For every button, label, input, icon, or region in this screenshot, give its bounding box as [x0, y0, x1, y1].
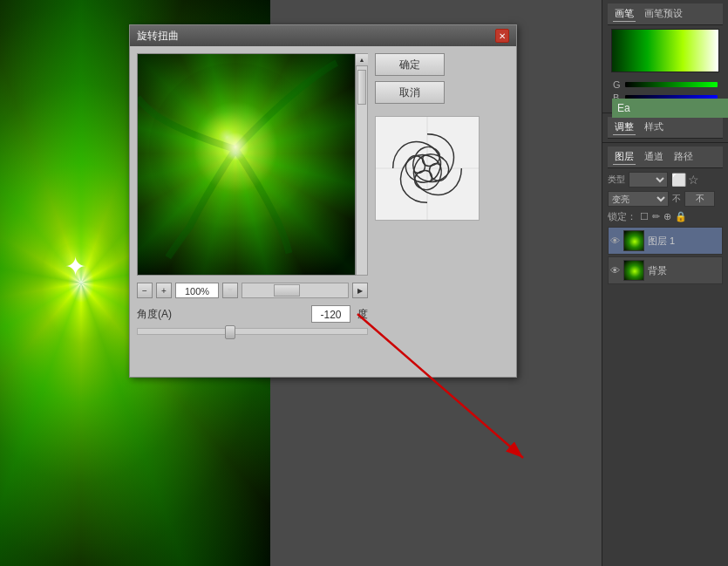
scroll-v-thumb[interactable]	[357, 70, 366, 105]
adjust-tab[interactable]: 调整	[613, 119, 636, 135]
swirl-overlay	[138, 54, 355, 275]
type-filter-label: 类型	[608, 174, 625, 186]
angle-area: 角度(A) -120 度	[137, 305, 368, 335]
layer-bg-thumb	[623, 260, 644, 281]
filter-icon-2: ☆	[688, 173, 699, 187]
channel-g-row: G	[613, 79, 718, 90]
zoom-out-button[interactable]: −	[137, 283, 153, 298]
layer-filter-row: 类型 ⬜ ☆	[608, 172, 723, 188]
paint-icon[interactable]: ✏	[652, 211, 660, 222]
layers-panel: 图层 通道 路径 类型 ⬜ ☆ 变亮 不 锁定： ☐ ✏ ⊕ �	[602, 143, 728, 290]
twirl-dialog: 旋转扭曲 ✕	[129, 24, 517, 378]
dialog-close-button[interactable]: ✕	[495, 29, 509, 43]
preview-controls: − + 100% ▾ ▶	[137, 281, 368, 300]
scroll-right-arrow[interactable]: ▶	[352, 283, 368, 298]
layers-tab[interactable]: 图层	[613, 149, 636, 165]
dialog-titlebar: 旋转扭曲 ✕	[130, 25, 516, 46]
layer-item-1[interactable]: 👁 图层 1	[608, 227, 723, 255]
svg-point-0	[149, 63, 322, 235]
layer-1-thumbnail	[624, 231, 644, 251]
scroll-h-thumb[interactable]	[274, 284, 300, 297]
dialog-body: ▲ − + 100% ▾ ▶ 角度(A) -120	[130, 46, 516, 377]
layer-bg-visibility[interactable]: 👁	[610, 265, 620, 276]
preview-image	[137, 53, 356, 276]
paths-tab[interactable]: 路径	[672, 149, 695, 165]
brush-tab[interactable]: 画笔	[613, 6, 636, 22]
layers-panel-header: 图层 通道 路径	[608, 147, 723, 168]
ok-button[interactable]: 确定	[375, 53, 445, 76]
preview-panel: ▲ − + 100% ▾ ▶ 角度(A) -120	[137, 53, 368, 370]
angle-slider-track[interactable]	[137, 328, 368, 335]
zoom-dropdown-button[interactable]: ▾	[222, 283, 238, 298]
angle-row: 角度(A) -120 度	[137, 305, 368, 323]
curve-preview	[375, 116, 480, 221]
brush-preset-tab[interactable]: 画笔预设	[643, 6, 684, 22]
style-tab[interactable]: 样式	[643, 119, 665, 135]
layer-1-visibility[interactable]: 👁	[610, 235, 620, 246]
angle-value-input[interactable]: -120	[311, 305, 350, 323]
layer-item-bg[interactable]: 👁 背景	[608, 256, 723, 284]
adjust-panel-header: 调整 样式	[608, 117, 723, 139]
angle-slider-thumb[interactable]	[225, 325, 235, 339]
color-panel-header: 画笔 画笔预设	[608, 3, 723, 25]
layer-bg-name: 背景	[648, 264, 720, 277]
layer-filter-icons: ⬜ ☆	[671, 173, 699, 187]
zoom-display: 100%	[175, 283, 219, 298]
blend-mode-select[interactable]: 变亮	[608, 191, 669, 207]
dialog-title: 旋转扭曲	[137, 29, 179, 44]
preview-scrollbar-v[interactable]: ▲	[356, 53, 368, 276]
layer-1-thumb	[623, 230, 644, 251]
channels-tab[interactable]: 通道	[643, 149, 665, 165]
layer-bg-thumbnail	[624, 261, 644, 281]
curve-svg	[376, 117, 479, 220]
zoom-in-button[interactable]: +	[156, 283, 172, 298]
lock-row: 锁定： ☐ ✏ ⊕ 🔒	[608, 210, 723, 223]
lock-icon[interactable]: ☐	[640, 211, 649, 222]
preview-scrollbar-h[interactable]	[242, 283, 349, 298]
angle-unit: 度	[357, 307, 368, 322]
right-panel: 确定 取消	[375, 53, 509, 370]
scroll-up-arrow[interactable]: ▲	[356, 54, 368, 66]
right-sidebar: 画笔 画笔预设 G B Ea 调整 样式 图层 通道 路径	[602, 0, 728, 566]
color-panel: 画笔 画笔预设 G B	[602, 0, 728, 113]
layer-type-select[interactable]	[629, 172, 668, 188]
opacity-input[interactable]	[684, 191, 715, 207]
angle-label: 角度(A)	[137, 307, 172, 322]
padlock-icon[interactable]: 🔒	[675, 211, 687, 222]
cancel-button[interactable]: 取消	[375, 81, 445, 104]
preview-container: ▲	[137, 53, 368, 276]
channel-g-slider[interactable]	[625, 82, 718, 87]
opacity-label: 不	[672, 193, 681, 205]
lock-label: 锁定：	[608, 210, 636, 223]
filter-icon-1: ⬜	[671, 173, 686, 187]
adjust-panel: 调整 样式	[602, 113, 728, 143]
blend-mode-row: 变亮 不	[608, 191, 723, 207]
color-display	[611, 29, 719, 72]
channel-g-label: G	[613, 79, 622, 90]
ea-text-area: Ea	[612, 99, 728, 118]
layer-1-name: 图层 1	[648, 235, 720, 248]
move-icon[interactable]: ⊕	[663, 211, 671, 222]
